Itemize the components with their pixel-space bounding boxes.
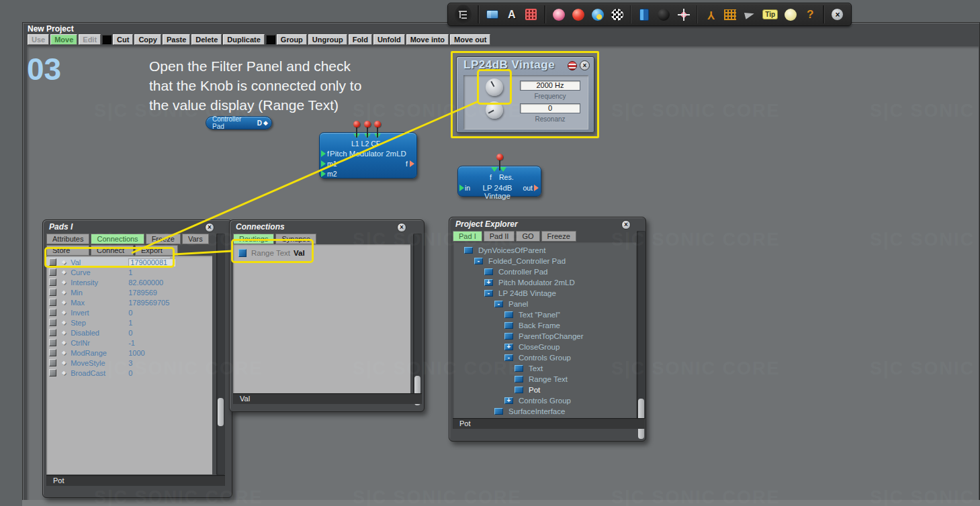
edit-toolbar-button[interactable]: Unfold bbox=[373, 34, 405, 45]
tree-item[interactable]: CloseGroup bbox=[453, 342, 636, 352]
pads-tab[interactable]: Vars bbox=[182, 234, 209, 244]
Val[interactable]: ◆ Val 179000081 bbox=[46, 257, 212, 267]
pads-action-button[interactable]: Connect bbox=[91, 245, 134, 256]
Min[interactable]: ◆ Min 1789569 bbox=[46, 287, 212, 297]
edit-toolbar-button[interactable]: Use bbox=[28, 34, 49, 45]
param-checkbox[interactable] bbox=[49, 309, 56, 316]
blue-frame-icon[interactable] bbox=[637, 7, 651, 23]
tree-item[interactable]: LP 24dB Vintage bbox=[453, 288, 636, 299]
pads-action-button[interactable]: Store bbox=[46, 245, 89, 256]
tree-node-icon[interactable] bbox=[504, 397, 513, 404]
explorer-tab[interactable]: Pad I bbox=[453, 231, 482, 242]
param-value[interactable]: 82.600000 bbox=[128, 279, 163, 287]
tree-node-icon[interactable] bbox=[504, 322, 513, 329]
close-icon[interactable]: × bbox=[397, 223, 406, 232]
pads-scrollbar-thumb[interactable] bbox=[218, 398, 224, 426]
param-checkbox[interactable] bbox=[49, 339, 56, 346]
ModRange[interactable]: ◆ ModRange 1000 bbox=[46, 348, 212, 358]
pads-tab[interactable]: Connections bbox=[91, 234, 144, 244]
explorer-tab[interactable]: GO bbox=[516, 231, 539, 242]
param-checkbox[interactable] bbox=[49, 279, 56, 286]
param-value[interactable]: 179000081 bbox=[128, 258, 175, 266]
controller-pad-module[interactable]: Controller Pad D ◆ bbox=[206, 116, 272, 130]
Invert[interactable]: ◆ Invert 0 bbox=[46, 307, 212, 317]
param-value[interactable]: 1789569 bbox=[128, 289, 157, 297]
tree-item[interactable]: Text "Panel" bbox=[453, 309, 636, 320]
edit-toolbar-button[interactable]: Fold bbox=[349, 34, 372, 45]
param-value[interactable]: 0 bbox=[128, 309, 132, 317]
BroadCast[interactable]: ◆ BroadCast 0 bbox=[46, 368, 212, 378]
tree-node-icon[interactable] bbox=[504, 311, 513, 318]
tip-icon[interactable]: Tip bbox=[762, 7, 778, 23]
close-icon[interactable]: × bbox=[621, 220, 631, 230]
edit-toolbar-button[interactable]: Delete bbox=[191, 34, 222, 45]
move-icon[interactable] bbox=[677, 7, 691, 23]
edit-toolbar-button[interactable]: Copy bbox=[134, 34, 161, 45]
tree-item[interactable]: SurfaceInterface bbox=[453, 406, 636, 417]
Max[interactable]: ◆ Max 1789569705 bbox=[46, 297, 212, 307]
Step[interactable]: ◆ Step 1 bbox=[46, 317, 212, 327]
pads-scrollbar[interactable] bbox=[216, 234, 225, 475]
pitch-modulator-module[interactable]: L1 L2 CF Pitch Modulator 2mLD f m1 m2 f bbox=[319, 132, 417, 179]
project-tree-icon[interactable] bbox=[455, 5, 472, 25]
edit-toolbar-button[interactable]: Move into bbox=[406, 34, 449, 45]
edit-toolbar-button[interactable]: Paste bbox=[163, 34, 190, 45]
grid-red-icon[interactable] bbox=[525, 7, 538, 23]
tree-node-icon[interactable] bbox=[504, 333, 513, 340]
device-window-icon[interactable] bbox=[486, 7, 499, 23]
CtrlNr[interactable]: ◆ CtrlNr -1 bbox=[46, 338, 212, 348]
param-value[interactable]: 3 bbox=[128, 359, 132, 367]
tree-node-icon[interactable] bbox=[494, 408, 503, 415]
param-checkbox[interactable] bbox=[49, 349, 56, 356]
tree-node-icon[interactable] bbox=[494, 301, 503, 307]
tree-node-icon[interactable] bbox=[515, 387, 523, 393]
checker-sphere-icon[interactable] bbox=[611, 7, 624, 23]
param-checkbox[interactable] bbox=[49, 319, 56, 326]
toolbar-close-icon[interactable]: × bbox=[831, 7, 844, 23]
param-checkbox[interactable] bbox=[49, 299, 56, 306]
frequency-value-field[interactable]: 2000 Hz bbox=[520, 81, 580, 91]
tree-item[interactable]: Pot bbox=[453, 385, 636, 395]
connections-tab[interactable]: Synapse bbox=[275, 234, 316, 244]
frequency-knob[interactable] bbox=[486, 79, 503, 96]
tree-node-icon[interactable] bbox=[504, 344, 513, 350]
bulb-icon[interactable] bbox=[784, 7, 797, 23]
tree-item[interactable]: ParentTopChanger bbox=[453, 331, 636, 342]
tree-node-icon[interactable] bbox=[515, 376, 523, 383]
dark-sphere-icon[interactable] bbox=[657, 7, 670, 23]
close-icon[interactable]: × bbox=[205, 223, 214, 232]
edit-toolbar-button[interactable]: Move bbox=[50, 34, 77, 45]
help-icon[interactable]: ? bbox=[803, 7, 817, 23]
filter-panel[interactable]: LP24dB Vintage × 2000 Hz Frequency 0 Res… bbox=[456, 56, 594, 133]
tree-item[interactable]: DynVoicesOfParent bbox=[453, 245, 636, 256]
param-value[interactable]: 1 bbox=[128, 319, 132, 327]
bypass-button[interactable] bbox=[568, 61, 577, 70]
param-value[interactable]: 0 bbox=[128, 369, 132, 377]
edit-toolbar-button[interactable]: Cut bbox=[113, 34, 133, 45]
tree-node-icon[interactable] bbox=[515, 365, 523, 372]
edit-toolbar-button[interactable]: Edit bbox=[79, 34, 101, 45]
blue-sphere-icon[interactable] bbox=[591, 7, 605, 23]
tree-node-icon[interactable] bbox=[484, 268, 493, 275]
explorer-tab[interactable]: Freeze bbox=[541, 231, 576, 242]
pads-tab[interactable]: Attributes bbox=[46, 234, 89, 244]
red-sphere-icon[interactable] bbox=[572, 7, 585, 23]
tree-item[interactable]: Back Frame bbox=[453, 320, 636, 331]
tree-item[interactable]: Pitch Modulator 2mLD bbox=[453, 277, 636, 288]
tree-node-icon[interactable] bbox=[504, 354, 513, 361]
edit-toolbar-button[interactable]: Duplicate bbox=[223, 34, 265, 45]
explorer-tab[interactable]: Pad II bbox=[484, 231, 515, 242]
pads-action-button[interactable]: Export bbox=[135, 245, 178, 256]
param-checkbox[interactable] bbox=[49, 258, 56, 266]
resonance-knob[interactable] bbox=[486, 101, 503, 119]
tree-item[interactable]: Controls Group bbox=[453, 395, 636, 406]
param-checkbox[interactable] bbox=[49, 359, 56, 366]
MoveStyle[interactable]: ◆ MoveStyle 3 bbox=[46, 358, 212, 368]
param-checkbox[interactable] bbox=[49, 268, 56, 276]
edit-toolbar-button[interactable]: Ungroup bbox=[308, 34, 347, 45]
routing-entry[interactable]: Range Text Val bbox=[233, 244, 410, 257]
connections-scrollbar[interactable] bbox=[413, 234, 422, 393]
Curve[interactable]: ◆ Curve 1 bbox=[46, 267, 212, 277]
connections-tab[interactable]: Routings bbox=[233, 234, 274, 244]
param-value[interactable]: -1 bbox=[128, 339, 135, 347]
